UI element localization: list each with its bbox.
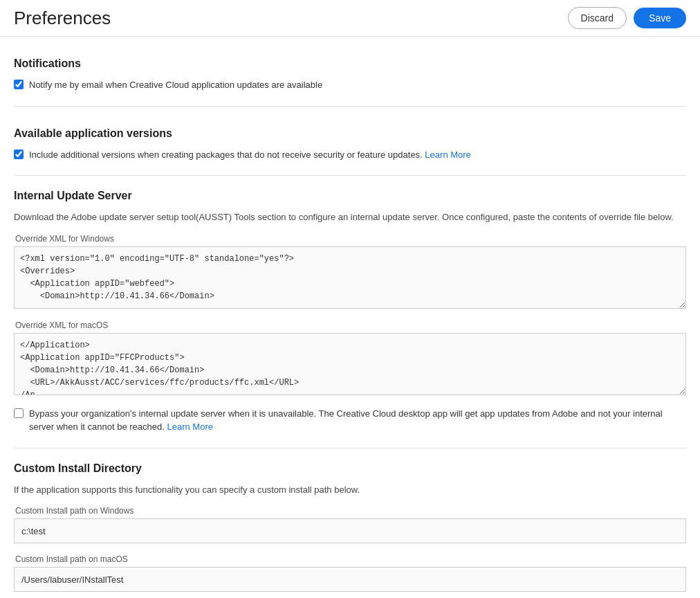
notifications-checkbox[interactable] <box>14 80 24 89</box>
header-actions: Discard Save <box>568 7 686 29</box>
macos-xml-block: Override XML for macOS <box>14 320 686 397</box>
available-versions-label: Include additional versions when creatin… <box>29 148 471 162</box>
macos-path-label: Custom Install path on macOS <box>14 554 686 564</box>
custom-install-title: Custom Install Directory <box>14 462 686 475</box>
content-area: Notifications Notify me by email when Cr… <box>0 37 700 598</box>
windows-path-label: Custom Install path on Windows <box>14 506 686 516</box>
macos-path-input[interactable] <box>14 567 686 592</box>
page-title: Preferences <box>14 8 111 29</box>
bypass-checkbox[interactable] <box>14 408 24 418</box>
internal-update-server-section: Internal Update Server Download the Adob… <box>14 190 686 448</box>
available-versions-section: Available application versions Include a… <box>14 120 686 176</box>
save-button[interactable]: Save <box>634 8 686 28</box>
page-header: Preferences Discard Save <box>0 0 700 37</box>
windows-path-block: Custom Install path on Windows <box>14 506 686 543</box>
notifications-checkbox-label: Notify me by email when Creative Cloud a… <box>29 78 322 92</box>
bypass-checkbox-row[interactable]: Bypass your organization's internal upda… <box>14 407 686 434</box>
macos-path-block: Custom Install path on macOS <box>14 554 686 592</box>
macos-xml-textarea[interactable] <box>14 333 686 395</box>
windows-path-input[interactable] <box>14 518 686 543</box>
available-versions-checkbox-row[interactable]: Include additional versions when creatin… <box>14 148 686 162</box>
internal-update-server-title: Internal Update Server <box>14 190 686 202</box>
bypass-learn-more-link[interactable]: Learn More <box>167 422 212 432</box>
custom-install-section: Custom Install Directory If the applicat… <box>14 462 686 599</box>
windows-xml-label: Override XML for Windows <box>14 234 686 244</box>
available-versions-checkbox[interactable] <box>14 150 24 159</box>
windows-xml-textarea[interactable] <box>14 246 686 309</box>
available-versions-learn-more-link[interactable]: Learn More <box>425 150 470 160</box>
windows-xml-block: Override XML for Windows <box>14 234 686 311</box>
macos-xml-label: Override XML for macOS <box>14 320 686 330</box>
notifications-checkbox-row[interactable]: Notify me by email when Creative Cloud a… <box>14 78 686 92</box>
notifications-title: Notifications <box>14 57 686 70</box>
bypass-label-text: Bypass your organization's internal upda… <box>29 407 686 434</box>
notifications-section: Notifications Notify me by email when Cr… <box>14 51 686 107</box>
custom-install-desc: If the application supports this functio… <box>14 483 686 497</box>
available-versions-title: Available application versions <box>14 127 686 140</box>
internal-update-server-desc: Download the Adobe update server setup t… <box>14 210 686 224</box>
discard-button[interactable]: Discard <box>568 7 627 29</box>
